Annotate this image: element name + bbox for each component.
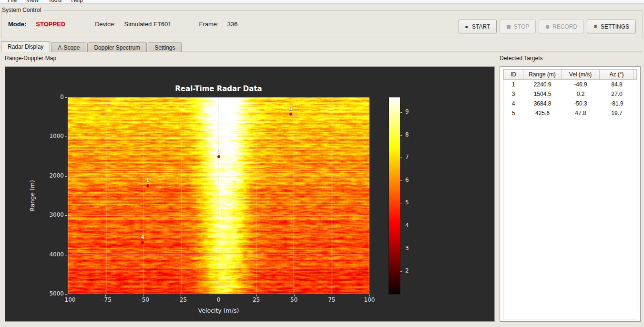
system-control-buttons: ►START■STOP●RECORD⚙SETTINGS xyxy=(459,20,636,33)
system-control-groupbox: System Control Mode: STOPPED Device: Sim… xyxy=(1,10,643,38)
cell: 0.2 xyxy=(562,89,600,99)
record-button: ●RECORD xyxy=(539,20,584,33)
colorbar-tick-mark xyxy=(400,158,402,158)
colorbar-tick-label: 6 xyxy=(405,177,409,183)
colorbar-tick-label: 4 xyxy=(405,222,409,229)
column-header-1[interactable]: Range (m) xyxy=(523,69,562,80)
tab-a-scope[interactable]: A-Scope xyxy=(51,42,86,52)
colorbar-tick-label: 7 xyxy=(405,154,409,160)
menu-bar-items: FileViewToolsHelp xyxy=(0,0,644,4)
frame-value: 336 xyxy=(227,21,238,28)
x-tick-label: 0 xyxy=(217,296,221,303)
button-label: RECORD xyxy=(552,23,577,30)
x-tick-label: 100 xyxy=(364,296,375,303)
colorbar-tick-mark xyxy=(400,135,402,136)
cell: 2240.9 xyxy=(523,80,562,89)
target-marker-5 xyxy=(289,113,292,116)
column-header-2[interactable]: Vel (m/s) xyxy=(562,69,600,80)
range-doppler-map-title: Range-Doppler Map xyxy=(5,55,56,62)
y-tick-mark xyxy=(65,255,67,255)
colorbar-tick-mark xyxy=(400,203,402,203)
table-body: 12240.9-46.984.831504.50.227.043684.8-50… xyxy=(503,80,637,118)
y-tick-mark xyxy=(65,294,67,295)
button-label: START xyxy=(472,23,490,30)
y-tick-mark xyxy=(65,215,67,216)
cell: 1 xyxy=(503,80,523,89)
target-marker-label-1: 1 xyxy=(146,178,150,183)
colorbar-tick-label: 3 xyxy=(405,245,409,252)
tab-radar-display[interactable]: Radar Display xyxy=(1,41,50,52)
cell-filler xyxy=(634,99,637,108)
cell-filler xyxy=(634,80,637,89)
colorbar xyxy=(389,97,400,294)
colorbar-tick-mark xyxy=(400,180,402,181)
colorbar-tick-label: 9 xyxy=(405,108,409,115)
cell: 19.7 xyxy=(600,108,634,118)
gear-icon: ⚙ xyxy=(593,24,598,29)
x-tick-label: −75 xyxy=(99,296,111,303)
cell: -81.9 xyxy=(600,99,634,108)
y-tick-mark xyxy=(65,137,67,137)
mode-label: Mode: xyxy=(8,21,26,28)
menu-help[interactable]: Help xyxy=(66,0,88,4)
tab-doppler-spectrum[interactable]: Doppler Spectrum xyxy=(87,42,147,52)
cell: 47.8 xyxy=(562,108,600,118)
y-tick-label: 5000 xyxy=(35,290,64,297)
colorbar-tick-mark xyxy=(400,249,402,249)
record-icon: ● xyxy=(545,24,550,29)
target-marker-4 xyxy=(141,241,144,244)
menu-tools[interactable]: Tools xyxy=(43,0,66,4)
tab-bar: Radar DisplayA-ScopeDoppler SpectrumSett… xyxy=(1,41,183,52)
range-doppler-heatmap xyxy=(68,97,369,294)
radar-app-window: FileViewToolsHelp System Control Mode: S… xyxy=(0,0,644,327)
table-row[interactable]: 12240.9-46.984.8 xyxy=(503,80,637,89)
start-button[interactable]: ►START xyxy=(459,20,497,33)
y-tick-label: 4000 xyxy=(35,251,64,258)
colorbar-tick-label: 8 xyxy=(405,131,409,138)
y-tick-mark xyxy=(65,176,67,177)
table-row[interactable]: 31504.50.227.0 xyxy=(503,89,637,99)
menu-file[interactable]: File xyxy=(3,0,21,4)
colorbar-tick-mark xyxy=(400,226,402,226)
cell: 4 xyxy=(503,99,523,108)
tab-settings[interactable]: Settings xyxy=(148,42,182,52)
cell: 27.0 xyxy=(600,89,634,99)
system-status-row: Mode: STOPPED Device: Simulated FT601 Fr… xyxy=(8,11,237,38)
y-tick-mark xyxy=(65,97,67,98)
column-header-3[interactable]: Az (°) xyxy=(600,69,634,80)
stop-button: ■STOP xyxy=(500,20,536,33)
column-header-filler xyxy=(634,69,637,80)
frame-label: Frame: xyxy=(199,21,219,28)
table-row[interactable]: 5425.647.819.7 xyxy=(503,108,637,118)
y-tick-label: 3000 xyxy=(35,211,64,218)
cell: 3684.8 xyxy=(523,99,562,108)
menu-view[interactable]: View xyxy=(21,0,43,4)
button-label: SETTINGS xyxy=(601,23,629,30)
cell: 425.6 xyxy=(523,108,562,118)
table-row[interactable]: 43684.8-50.3-81.9 xyxy=(503,99,637,108)
range-doppler-plot-panel: Real-Time Radar Data Velocity (m/s) Rang… xyxy=(5,66,495,322)
cell: 5 xyxy=(503,108,523,118)
stop-icon: ■ xyxy=(506,24,511,29)
x-tick-label: 50 xyxy=(290,296,297,303)
target-marker-1 xyxy=(146,184,149,187)
y-tick-label: 2000 xyxy=(35,172,64,179)
menu-bar: FileViewToolsHelp xyxy=(0,0,644,4)
cell: -46.9 xyxy=(562,80,600,89)
cell: 1504.5 xyxy=(523,89,562,99)
cell: -50.3 xyxy=(562,99,600,108)
x-tick-label: −50 xyxy=(137,296,149,303)
column-header-0[interactable]: ID xyxy=(503,69,523,80)
mode-value: STOPPED xyxy=(36,21,65,28)
detected-targets-table: IDRange (m)Vel (m/s)Az (°) 12240.9-46.98… xyxy=(503,69,637,319)
x-tick-label: 25 xyxy=(253,296,260,303)
plot-title: Real-Time Radar Data xyxy=(68,84,369,93)
device-value: Simulated FT601 xyxy=(124,21,172,28)
colorbar-tick-label: 5 xyxy=(405,199,409,206)
cell-filler xyxy=(634,89,637,99)
x-tick-label: −25 xyxy=(175,296,187,303)
detected-targets-panel: IDRange (m)Vel (m/s)Az (°) 12240.9-46.98… xyxy=(500,66,641,322)
table-header-row: IDRange (m)Vel (m/s)Az (°) xyxy=(503,69,637,80)
settings-button[interactable]: ⚙SETTINGS xyxy=(587,20,636,33)
detected-targets-title: Detected Targets xyxy=(500,55,543,62)
